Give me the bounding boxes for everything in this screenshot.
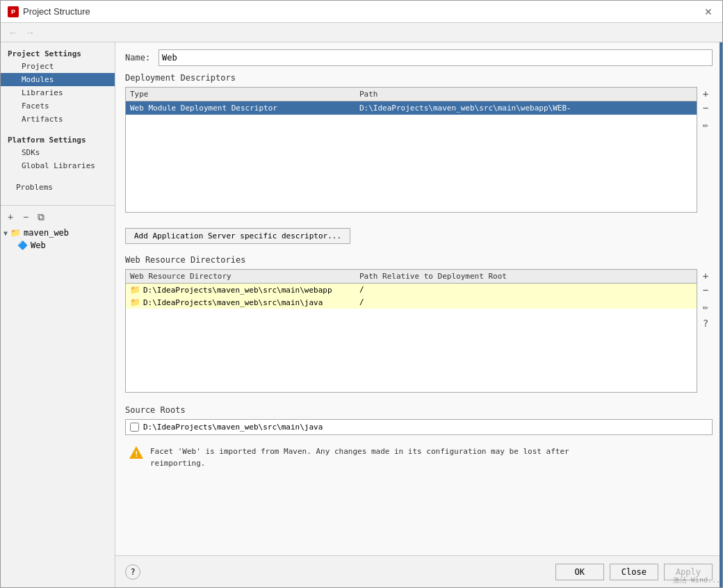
module-tree: + − ⧉ ▼ 📁 maven_web 🔷 Web — [1, 205, 115, 252]
web-resource-title: Web Resource Directories — [125, 255, 713, 265]
tree-maven-web-label: maven_web — [24, 228, 69, 238]
right-content: Name: Deployment Descriptors Type Path W… — [115, 42, 722, 555]
watermark: 激活 Wind... — [673, 575, 720, 585]
wr-table: Web Resource Directory Path Relative to … — [125, 269, 697, 393]
dd-table: Type Path Web Module Deployment Descript… — [125, 87, 697, 213]
close-icon[interactable]: ✕ — [701, 5, 715, 19]
bottom-bar: ? OK Close Apply — [115, 555, 722, 587]
dd-table-empty — [126, 115, 697, 212]
tree-web-label: Web — [31, 240, 46, 250]
module-icon: 🔷 — [17, 240, 28, 250]
wr-section: Web Resource Directory Path Relative to … — [125, 269, 713, 398]
app-icon: P — [8, 6, 19, 17]
right-panel: Name: Deployment Descriptors Type Path W… — [115, 42, 722, 587]
wr-table-empty — [126, 309, 697, 392]
tree-maven-web[interactable]: ▼ 📁 maven_web — [1, 227, 115, 239]
name-field-row: Name: — [125, 49, 713, 66]
forward-button[interactable]: → — [23, 26, 37, 40]
wr-row-1-path: / — [359, 297, 692, 307]
dd-section: Type Path Web Module Deployment Descript… — [125, 87, 713, 218]
wr-row-0-path: / — [359, 285, 692, 295]
name-label: Name: — [125, 53, 153, 63]
sidebar-item-modules[interactable]: Modules — [1, 73, 115, 86]
wr-col-path: Path Relative to Deployment Root — [359, 272, 692, 281]
source-roots-title: Source Roots — [125, 405, 713, 415]
dd-table-header: Type Path — [126, 88, 697, 101]
tree-remove-button[interactable]: − — [19, 210, 33, 224]
folder-icon-0: 📁 — [130, 285, 140, 295]
dd-col-type: Type — [130, 90, 359, 99]
tree-add-button[interactable]: + — [3, 210, 17, 224]
toolbar: ← → — [1, 23, 722, 42]
warning-box: Facet 'Web' is imported from Maven. Any … — [125, 442, 713, 473]
wr-help-button[interactable]: ? — [699, 316, 713, 330]
source-root-checkbox[interactable] — [130, 423, 139, 432]
sidebar-item-artifacts[interactable]: Artifacts — [1, 113, 115, 126]
sidebar-item-global-libraries[interactable]: Global Libraries — [1, 159, 115, 172]
sidebar-item-libraries[interactable]: Libraries — [1, 86, 115, 99]
side-accent — [720, 42, 722, 587]
dd-edit-button[interactable]: ✏ — [699, 117, 713, 131]
deployment-descriptors-title: Deployment Descriptors — [125, 73, 713, 83]
wr-row-1[interactable]: 📁 D:\IdeaProjects\maven_web\src\main\jav… — [126, 296, 697, 309]
main-content: Project Settings Project Modules Librari… — [1, 42, 722, 587]
back-button[interactable]: ← — [6, 26, 20, 40]
wr-row-0-dir: 📁 D:\IdeaProjects\maven_web\src\main\web… — [130, 285, 359, 295]
title-bar-left: P Project Structure — [8, 6, 90, 17]
source-root-value: D:\IdeaProjects\maven_web\src\main\java — [143, 423, 323, 432]
warning-icon — [129, 446, 145, 463]
dd-col-path: Path — [359, 90, 692, 99]
tree-toolbar: + − ⧉ — [1, 210, 115, 227]
warning-text: Facet 'Web' is imported from Maven. Any … — [150, 446, 569, 469]
sidebar-item-sdks[interactable]: SDKs — [1, 146, 115, 159]
dd-add-button[interactable]: + — [699, 87, 713, 101]
dd-actions: + − ✏ — [697, 87, 713, 218]
folder-icon-1: 📁 — [130, 297, 140, 307]
bottom-left: ? — [125, 564, 140, 580]
sidebar-item-project[interactable]: Project — [1, 60, 115, 73]
dd-row-0-type: Web Module Deployment Descriptor — [130, 104, 359, 113]
sidebar-item-facets[interactable]: Facets — [1, 99, 115, 113]
ok-button[interactable]: OK — [555, 564, 604, 580]
wr-table-header: Web Resource Directory Path Relative to … — [126, 270, 697, 284]
expand-arrow-icon: ▼ — [3, 229, 8, 237]
dd-remove-button[interactable]: − — [699, 101, 713, 115]
sidebar-item-problems[interactable]: Problems — [1, 181, 115, 194]
wr-col-dir: Web Resource Directory — [130, 272, 359, 281]
source-roots-section: Source Roots D:\IdeaProjects\maven_web\s… — [125, 405, 713, 435]
tree-copy-button[interactable]: ⧉ — [34, 210, 48, 224]
cancel-button[interactable]: Close — [610, 564, 658, 580]
add-descriptor-button[interactable]: Add Application Server specific descript… — [125, 228, 350, 244]
wr-row-0[interactable]: 📁 D:\IdeaProjects\maven_web\src\main\web… — [126, 284, 697, 296]
dd-row-0-path: D:\IdeaProjects\maven_web\src\main\webap… — [359, 104, 692, 113]
wr-edit-button[interactable]: ✏ — [699, 300, 713, 313]
folder-icon: 📁 — [10, 228, 21, 238]
title-bar: P Project Structure ✕ — [1, 1, 722, 23]
help-button[interactable]: ? — [125, 564, 140, 580]
tree-web[interactable]: 🔷 Web — [1, 239, 115, 252]
project-structure-dialog: P Project Structure ✕ ← → Project Settin… — [0, 0, 723, 588]
warning-triangle-icon — [129, 446, 143, 459]
source-root-row: D:\IdeaProjects\maven_web\src\main\java — [125, 419, 713, 435]
project-settings-section: Project Settings — [1, 45, 115, 60]
platform-settings-section: Platform Settings — [1, 131, 115, 146]
dialog-title: Project Structure — [23, 6, 90, 17]
dd-row-0[interactable]: Web Module Deployment Descriptor D:\Idea… — [126, 101, 697, 115]
wr-add-button[interactable]: + — [699, 269, 713, 283]
wr-row-1-dir: 📁 D:\IdeaProjects\maven_web\src\main\jav… — [130, 297, 359, 307]
wr-remove-button[interactable]: − — [699, 283, 713, 297]
wr-actions: + − ✏ ? — [697, 269, 713, 398]
sidebar: Project Settings Project Modules Librari… — [1, 42, 115, 587]
name-input[interactable] — [159, 49, 713, 66]
